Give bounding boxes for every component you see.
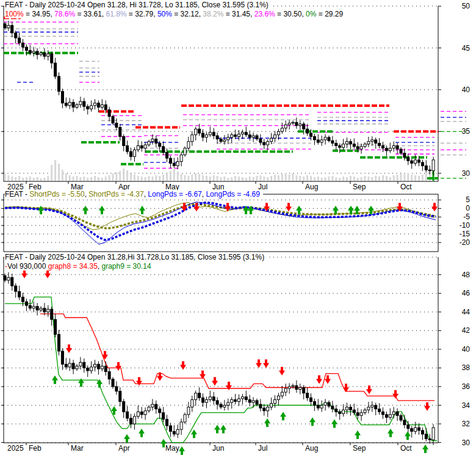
y-axis-tick-label: 5 — [466, 195, 470, 204]
y-axis-tick-label: 38 — [462, 363, 471, 372]
fib-legend-segment: 61.8% — [106, 10, 126, 18]
y-axis-tick-label: 45 — [462, 44, 471, 53]
y-axis-tick-label: 44 — [462, 308, 471, 316]
fib-legend-segment: = 34.95, — [24, 10, 54, 18]
y-axis-tick-label: 32 — [462, 420, 471, 428]
volume-legend-segment: Vol 930,000 — [7, 262, 48, 271]
month-label: Feb — [29, 444, 41, 453]
oscillator-title-segment: ShortPds = -5.50 — [29, 190, 84, 198]
y-axis-tick-label: 46 — [462, 289, 471, 297]
fib-legend-segment: 100% — [5, 10, 24, 18]
fib-legend-segment: = 31.45, — [223, 10, 254, 18]
year-label: 2025 — [7, 444, 24, 453]
y-axis-tick-label: 42 — [462, 326, 471, 335]
fib-legend-segment: = 29.29 — [316, 10, 343, 18]
month-label: May — [165, 444, 179, 453]
y-axis-tick-label: -15 — [460, 230, 471, 238]
fib-legend-segment: 50% — [157, 10, 172, 18]
month-label: Jul — [258, 444, 267, 453]
charting-app-window: 504540353050-5-10-15-2048464442403836343… — [0, 0, 476, 455]
oscillator-panel — [5, 202, 438, 244]
fib-legend-segment: = 33.61, — [75, 10, 106, 18]
oscillator-title-segment: LongPds = -4.69 — [206, 190, 259, 198]
month-label: Aug — [305, 444, 318, 453]
oscillator-title-segment: ShortPds = -4.37 — [88, 190, 143, 198]
panel3-vol-legend: -Vol 930,000 graph8 = 34.35, graph9 = 30… — [5, 262, 154, 271]
month-label: Jun — [212, 444, 224, 453]
y-axis-tick-label: 48 — [462, 271, 471, 279]
month-label: Apr — [118, 444, 130, 453]
volume-legend-segment: graph9 = 30.14 — [101, 262, 151, 271]
fib-legend-segment: 0% — [306, 10, 316, 18]
panel1-title: FEAT - Daily 2025-10-24 Open 31.28, Hi 3… — [5, 1, 272, 9]
month-label: Sep — [353, 444, 366, 453]
charts-canvas[interactable]: 504540353050-5-10-15-2048464442403836343… — [0, 0, 476, 455]
y-axis-tick-label: 0 — [466, 204, 470, 213]
y-axis-tick-label: -10 — [460, 221, 471, 230]
oscillator-title-segment: FEAT - — [5, 190, 29, 198]
month-label: Oct — [400, 183, 412, 191]
panel1-title-text: FEAT - Daily 2025-10-24 Open 31.28, Hi 3… — [5, 1, 269, 9]
fib-legend-segment: 23.6% — [254, 10, 275, 18]
month-label: Aug — [305, 183, 318, 191]
y-axis-tick-label: 30 — [462, 439, 471, 447]
panel2-title: FEAT - ShortPds = -5.50, ShortPds = -4.3… — [5, 190, 263, 198]
volume-legend-segment: graph8 = 34.35 — [48, 262, 98, 271]
panel3-title-text: FEAT - Daily 2025-10-24 Open 31.28,Hi 31… — [5, 253, 264, 261]
y-axis-tick-label: -5 — [463, 213, 470, 221]
fib-legend-segment: 78.6% — [54, 10, 75, 18]
fib-legend-segment: = 32.12, — [172, 10, 203, 18]
month-label: Mar — [71, 444, 84, 453]
y-axis-tick-label: 40 — [462, 345, 471, 354]
y-axis-tick-label: 36 — [462, 382, 471, 391]
fib-legend-segment: = 30.50, — [275, 10, 306, 18]
oscillator-title-segment: LongPds = -6.67 — [148, 190, 201, 198]
fib-legend-segment: 38.2% — [203, 10, 223, 18]
y-axis-tick-label: 30 — [462, 169, 471, 178]
panel3-title: FEAT - Daily 2025-10-24 Open 31.28,Hi 31… — [5, 253, 267, 261]
y-axis-tick-label: 50 — [462, 2, 471, 10]
price-stops-candles — [4, 272, 435, 445]
fib-legend-segment: = 32.79, — [127, 10, 157, 18]
month-label: Sep — [353, 183, 366, 191]
y-axis-tick-label: -20 — [460, 238, 471, 247]
month-label: Oct — [400, 444, 412, 453]
y-axis-tick-label: 34 — [462, 401, 471, 410]
y-axis-tick-label: 40 — [462, 86, 471, 94]
panel1-fib-legend: 100% = 34.95, 78.6% = 33.61, 61.8% = 32.… — [5, 10, 346, 18]
